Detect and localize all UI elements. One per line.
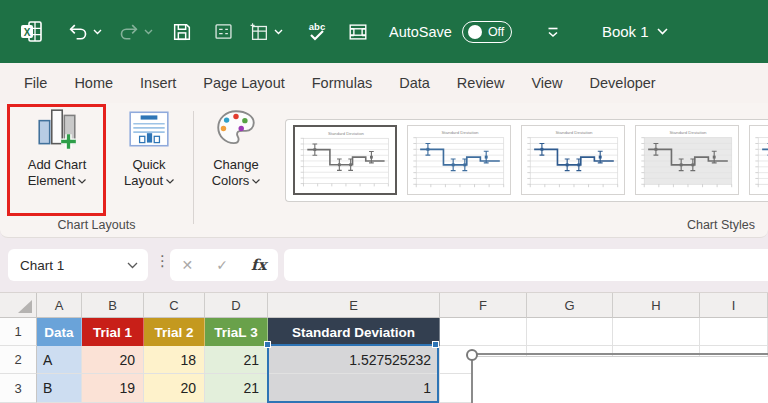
chevron-down-icon: [657, 28, 668, 35]
ribbon-tab-bar: File Home Insert Page Layout Formulas Da…: [0, 63, 768, 103]
cell-h3[interactable]: [613, 374, 700, 403]
spelling-icon[interactable]: abc: [305, 20, 329, 44]
cell-e3[interactable]: 1: [268, 374, 440, 403]
ribbon-options-icon[interactable]: [546, 26, 560, 38]
more-options-icon[interactable]: ⋮: [155, 256, 170, 266]
cell-e1[interactable]: Standard Deviation: [268, 318, 440, 346]
chevron-down-icon: [166, 179, 174, 184]
column-header-b[interactable]: B: [82, 293, 144, 318]
column-header-i[interactable]: I: [700, 293, 768, 318]
cell-a1[interactable]: Data: [37, 318, 82, 346]
cell-g1[interactable]: [527, 318, 613, 346]
camera-grid-icon[interactable]: [347, 21, 369, 43]
chart-style-thumbnail-3[interactable]: [521, 125, 625, 195]
cell-h1[interactable]: [613, 318, 700, 346]
cell-f2[interactable]: [440, 346, 527, 374]
tab-developer[interactable]: Developer: [590, 75, 656, 91]
cell-i2[interactable]: [700, 346, 768, 374]
column-header-e[interactable]: E: [268, 293, 440, 318]
cell-f1[interactable]: [440, 318, 527, 346]
chevron-down-icon[interactable]: [127, 262, 138, 269]
cell-g2[interactable]: [527, 346, 613, 374]
pivottable-dropdown-icon[interactable]: [274, 29, 283, 35]
tab-data[interactable]: Data: [399, 75, 430, 91]
tab-view[interactable]: View: [531, 75, 562, 91]
cell-d1[interactable]: TriaL 3: [205, 318, 268, 346]
save-icon[interactable]: [171, 21, 193, 43]
change-colors-icon: [213, 106, 259, 152]
tab-home[interactable]: Home: [74, 75, 113, 91]
pivottable-icon[interactable]: [248, 21, 270, 43]
formula-buttons: ✕ ✓ fx: [170, 249, 278, 281]
title-bar: X abc AutoSave Off Book 1: [0, 0, 768, 63]
select-all-triangle-icon: [18, 300, 32, 313]
change-colors-button[interactable]: Change Colors: [202, 106, 270, 189]
insert-function-icon[interactable]: fx: [251, 256, 266, 274]
column-header-h[interactable]: H: [613, 293, 700, 318]
cell-c3[interactable]: 20: [144, 374, 205, 403]
quick-layout-button[interactable]: Quick Layout: [112, 106, 186, 189]
enter-icon[interactable]: ✓: [216, 257, 228, 273]
cell-e2[interactable]: 1.527525232: [268, 346, 440, 374]
formula-input[interactable]: [284, 249, 768, 281]
cell-g3[interactable]: [527, 374, 613, 403]
chart-style-thumbnail-4[interactable]: [635, 125, 739, 195]
chart-style-thumbnail-5[interactable]: [749, 125, 768, 195]
column-header-d[interactable]: D: [205, 293, 268, 318]
group-label-chart-layouts: Chart Layouts: [0, 218, 193, 232]
chart-style-thumbnail-2[interactable]: [407, 125, 511, 195]
workbook-title[interactable]: Book 1: [602, 23, 668, 40]
row-header-3[interactable]: 3: [0, 374, 37, 403]
ribbon-content: Add Chart Element Quick Layout Change Co…: [0, 103, 768, 238]
name-box[interactable]: Chart 1: [8, 249, 148, 281]
cell-d2[interactable]: 21: [205, 346, 268, 374]
cell-b1[interactable]: Trial 1: [82, 318, 144, 346]
autosave-switch[interactable]: Off: [462, 21, 512, 43]
svg-text:abc: abc: [309, 21, 325, 32]
form-icon[interactable]: [213, 21, 234, 42]
cell-d3[interactable]: 21: [205, 374, 268, 403]
toggle-knob: [468, 25, 482, 39]
column-header-g[interactable]: G: [527, 293, 613, 318]
tab-insert[interactable]: Insert: [140, 75, 176, 91]
cell-b3[interactable]: 19: [82, 374, 144, 403]
row-header-1[interactable]: 1: [0, 318, 37, 346]
cell-i1[interactable]: [700, 318, 768, 346]
chart-styles-gallery: [285, 119, 768, 202]
autosave-state: Off: [488, 25, 504, 39]
spreadsheet-grid: A B C D E F G H I 1 Data Trial 1 Trial 2…: [0, 293, 768, 403]
tab-file[interactable]: File: [24, 75, 47, 91]
add-chart-element-button[interactable]: Add Chart Element: [10, 106, 104, 189]
cell-a2[interactable]: A: [37, 346, 82, 374]
group-separator: [193, 111, 194, 224]
cancel-icon[interactable]: ✕: [182, 257, 194, 273]
row-header-2[interactable]: 2: [0, 346, 37, 374]
autosave-label: AutoSave: [389, 24, 452, 40]
cell-a3[interactable]: B: [37, 374, 82, 403]
cell-f3[interactable]: [440, 374, 527, 403]
undo-icon[interactable]: [67, 21, 89, 43]
redo-dropdown-icon[interactable]: [144, 29, 153, 35]
formula-bar-row: Chart 1 ⋮ ✕ ✓ fx: [0, 230, 768, 293]
group-label-chart-styles: Chart Styles: [687, 218, 755, 232]
svg-text:X: X: [24, 27, 31, 38]
cell-h2[interactable]: [613, 346, 700, 374]
cell-i3[interactable]: [700, 374, 768, 403]
excel-logo-icon: X: [18, 18, 45, 45]
undo-dropdown-icon[interactable]: [93, 29, 102, 35]
tab-page-layout[interactable]: Page Layout: [203, 75, 284, 91]
cell-b2[interactable]: 20: [82, 346, 144, 374]
add-chart-element-icon: [34, 106, 80, 152]
cell-c1[interactable]: Trial 2: [144, 318, 205, 346]
column-header-a[interactable]: A: [37, 293, 82, 318]
column-header-f[interactable]: F: [440, 293, 527, 318]
tab-formulas[interactable]: Formulas: [312, 75, 372, 91]
select-all-button[interactable]: [0, 293, 37, 318]
cell-c2[interactable]: 18: [144, 346, 205, 374]
autosave-toggle[interactable]: AutoSave Off: [389, 21, 512, 43]
chart-style-thumbnail-1[interactable]: [293, 125, 397, 195]
column-header-c[interactable]: C: [144, 293, 205, 318]
redo-icon[interactable]: [118, 21, 140, 43]
chevron-down-icon: [78, 179, 86, 184]
tab-review[interactable]: Review: [457, 75, 505, 91]
